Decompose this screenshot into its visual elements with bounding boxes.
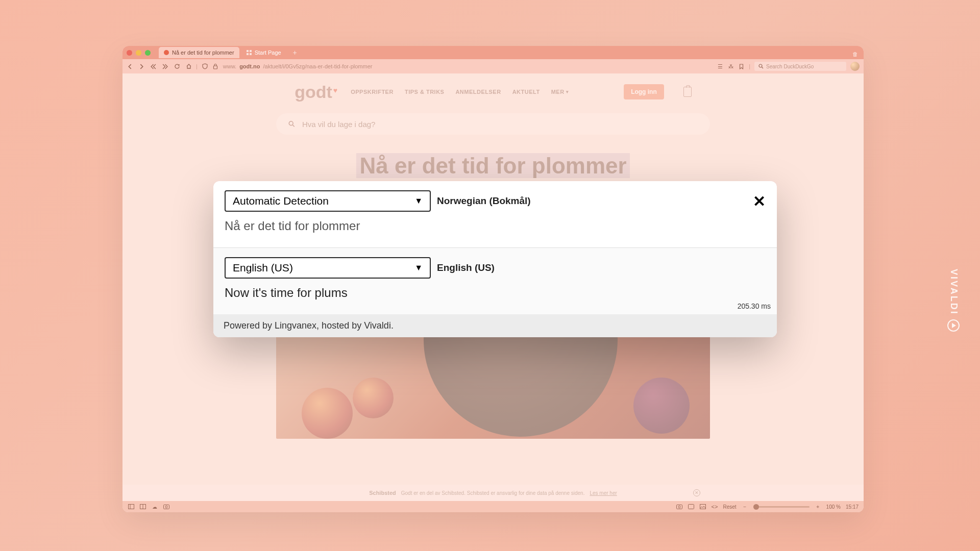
tab-title: Start Page — [255, 49, 281, 56]
break-mode-icon[interactable] — [688, 504, 694, 510]
target-language-select[interactable]: English (US) ▼ — [225, 257, 431, 279]
detected-source-language: Norwegian (Bokmål) — [437, 195, 531, 207]
svg-rect-3 — [128, 505, 134, 509]
svg-rect-10 — [700, 505, 705, 509]
tiling-icon[interactable] — [139, 504, 146, 510]
tab-favicon-icon — [164, 50, 169, 55]
svg-point-6 — [165, 506, 167, 508]
source-language-select[interactable]: Automatic Detection ▼ — [225, 190, 431, 212]
site-search[interactable]: Hva vil du lage i dag? — [276, 113, 710, 135]
vivaldi-logo-icon — [947, 319, 960, 332]
svg-rect-0 — [214, 66, 217, 69]
clipboard-icon[interactable] — [683, 87, 692, 97]
nav-anmeldelser[interactable]: ANMELDELSER — [455, 89, 501, 95]
tab-startpage[interactable]: Start Page — [241, 47, 286, 58]
home-button[interactable] — [185, 63, 192, 70]
back-button[interactable] — [127, 63, 133, 70]
translate-icon[interactable]: ⁂ — [727, 63, 734, 70]
url-proto: www. — [223, 63, 236, 69]
heart-icon: ♥ — [333, 86, 337, 94]
reload-button[interactable] — [174, 63, 180, 70]
lock-icon[interactable] — [212, 63, 219, 70]
closed-tabs-button[interactable] — [852, 49, 860, 56]
zoom-slider[interactable] — [753, 506, 810, 508]
schibsted-text: Godt er en del av Schibsted. Schibsted e… — [401, 490, 585, 496]
translate-popup: ✕ Automatic Detection ▼ Norwegian (Bokmå… — [213, 181, 777, 337]
profile-avatar[interactable] — [850, 62, 860, 71]
shield-icon[interactable] — [202, 63, 208, 70]
popup-close-button[interactable]: ✕ — [753, 192, 766, 210]
rewind-button[interactable] — [150, 63, 157, 70]
source-text: Nå er det tid for plommer — [225, 219, 766, 233]
zoom-level: 100 % — [826, 504, 841, 510]
page-actions-icon[interactable]: <> — [711, 504, 718, 510]
divider: | — [749, 63, 750, 69]
window-controls — [127, 50, 151, 56]
panel-toggle-icon[interactable] — [128, 504, 134, 510]
status-bar: ☁ <> Reset − + 100 % 15:17 — [122, 501, 864, 512]
translated-text: Now it's time for plums — [225, 286, 766, 300]
svg-rect-5 — [163, 505, 169, 509]
site-search-placeholder: Hva vil du lage i dag? — [302, 120, 375, 129]
search-box[interactable]: Search DuckDuckGo — [754, 62, 846, 71]
divider: | — [196, 63, 198, 69]
nav-mer[interactable]: MER▾ — [551, 89, 569, 95]
svg-point-8 — [678, 506, 680, 508]
search-placeholder: Search DuckDuckGo — [766, 64, 814, 69]
svg-point-2 — [289, 121, 293, 126]
nav-oppskrifter[interactable]: OPPSKRIFTER — [351, 89, 394, 95]
zoom-out-button[interactable]: − — [742, 504, 748, 510]
schibsted-link[interactable]: Les mer her — [590, 490, 617, 496]
forward-button[interactable] — [138, 63, 145, 70]
login-button[interactable]: Logg inn — [624, 84, 664, 99]
main-nav: OPPSKRIFTER TIPS & TRIKS ANMELDELSER AKT… — [351, 89, 569, 95]
translation-timing: 205.30 ms — [738, 302, 771, 310]
url-field[interactable]: www.godt.no/aktuelt/i/0Gv5zg/naa-er-det-… — [223, 63, 713, 69]
svg-point-1 — [759, 64, 762, 67]
bookmark-icon[interactable] — [738, 63, 745, 70]
reader-mode-icon[interactable]: ☰ — [717, 63, 723, 70]
vivaldi-watermark: VIVALDI — [947, 269, 960, 332]
chevron-down-icon: ▾ — [566, 89, 569, 94]
fastforward-button[interactable] — [162, 63, 168, 70]
maximize-window-button[interactable] — [145, 50, 151, 56]
site-logo[interactable]: godt♥ — [295, 82, 336, 102]
url-path: /aktuelt/i/0Gv5zg/naa-er-det-tid-for-plo… — [263, 63, 372, 69]
startpage-grid-icon — [247, 50, 252, 55]
zoom-reset[interactable]: Reset — [723, 504, 736, 510]
nav-tips[interactable]: TIPS & TRIKS — [405, 89, 445, 95]
zoom-in-button[interactable]: + — [815, 504, 821, 510]
tab-strip: Nå er det tid for plommer Start Page + — [122, 46, 864, 59]
close-window-button[interactable] — [127, 50, 132, 56]
cookie-banner: Schibsted Godt er en del av Schibsted. S… — [122, 485, 864, 501]
new-tab-button[interactable]: + — [291, 49, 299, 56]
search-icon — [288, 121, 295, 128]
svg-rect-9 — [688, 505, 694, 509]
clock[interactable]: 15:17 — [846, 504, 859, 510]
article-headline: Nå er det tid for plommer — [122, 153, 864, 179]
chevron-down-icon: ▼ — [414, 196, 423, 206]
detected-target-language: English (US) — [437, 262, 495, 273]
url-host: godt.no — [239, 63, 260, 69]
capture-icon[interactable] — [676, 504, 682, 510]
screenshot-icon[interactable] — [163, 504, 169, 510]
minimize-window-button[interactable] — [136, 50, 141, 56]
cookie-close-button[interactable]: ✕ — [693, 489, 700, 496]
svg-rect-7 — [676, 505, 682, 509]
sync-icon[interactable]: ☁ — [151, 504, 158, 510]
images-icon[interactable] — [699, 504, 706, 510]
popup-footer: Powered by Lingvanex, hosted by Vivaldi. — [213, 314, 777, 337]
nav-aktuelt[interactable]: AKTUELT — [512, 89, 540, 95]
chevron-down-icon: ▼ — [414, 263, 423, 272]
address-bar: | www.godt.no/aktuelt/i/0Gv5zg/naa-er-de… — [122, 59, 864, 73]
tab-title: Nå er det tid for plommer — [172, 49, 234, 56]
schibsted-brand: Schibsted — [369, 490, 396, 496]
search-icon — [757, 63, 764, 70]
tab-active[interactable]: Nå er det tid for plommer — [159, 47, 239, 58]
